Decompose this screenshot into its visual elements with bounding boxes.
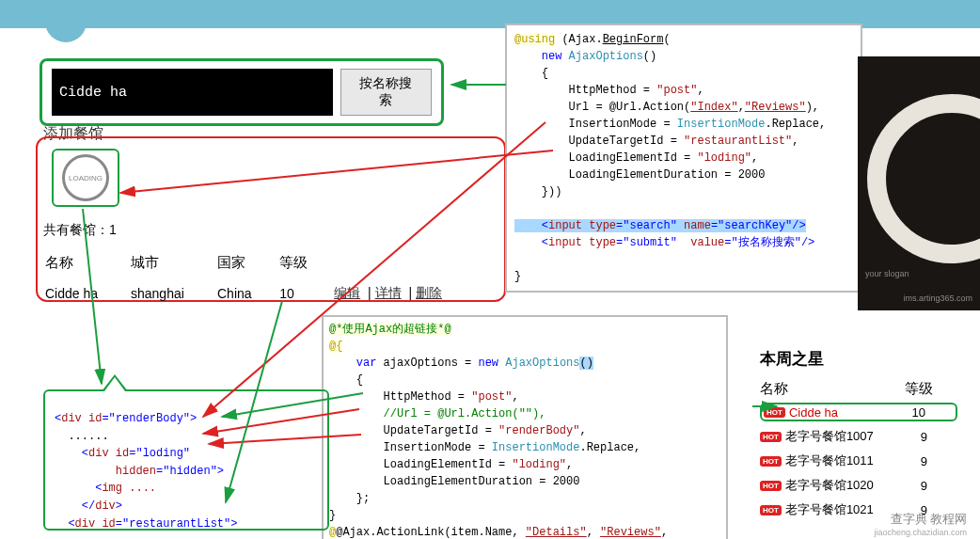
dark-side-panel: your slogan ims.arting365.com xyxy=(858,56,980,310)
hot-badge-icon: HOT xyxy=(760,481,782,491)
delete-link[interactable]: 删除 xyxy=(416,285,442,300)
table-row: Cidde ha shanghai China 10 编辑 | 详情 | 删除 xyxy=(45,279,493,308)
hot-badge-icon: HOT xyxy=(760,432,782,442)
star-row[interactable]: HOT老字号餐馆10119 xyxy=(760,452,957,470)
loading-spinner-icon: LOADING xyxy=(62,154,109,201)
star-level: 9 xyxy=(921,454,927,468)
star-level: 9 xyxy=(921,479,927,493)
callout-triangle-icon xyxy=(102,374,128,391)
slogan-text: your slogan xyxy=(865,269,909,278)
search-form: 按名称搜索 xyxy=(40,58,444,126)
hot-badge-icon: HOT xyxy=(760,456,782,467)
star-row[interactable]: HOTCidde ha10 xyxy=(760,403,957,421)
star-level: 10 xyxy=(912,405,925,420)
watermark-text: 查字典 教程网 xyxy=(891,511,967,528)
star-level: 9 xyxy=(921,430,927,444)
details-link[interactable]: 详情 xyxy=(375,285,402,300)
code-snippet-bottom: <div id="renderBody"> ...... <div id="lo… xyxy=(43,389,329,531)
star-name: 老字号餐馆1011 xyxy=(785,452,957,469)
star-name: 老字号餐馆1007 xyxy=(785,428,957,445)
star-row[interactable]: HOT老字号餐馆10079 xyxy=(760,427,957,446)
edit-link[interactable]: 编辑 xyxy=(334,285,360,300)
td-actions: 编辑 | 详情 | 删除 xyxy=(334,279,493,308)
td-country: China xyxy=(217,279,277,308)
th-name: 名称 xyxy=(45,248,129,277)
top-tab xyxy=(45,14,87,42)
hot-badge-icon: HOT xyxy=(764,407,785,418)
star-row[interactable]: HOT老字号餐馆10209 xyxy=(760,476,957,495)
th-country: 国家 xyxy=(217,248,277,277)
code-snippet-top: @using (Ajax.BeginForm( new AjaxOptions(… xyxy=(505,24,862,293)
restaurant-count: 共有餐馆：1 xyxy=(43,222,117,239)
search-input[interactable] xyxy=(52,69,333,116)
restaurant-table: 名称 城市 国家 等级 Cidde ha shanghai China 10 编… xyxy=(43,246,495,309)
hot-badge-icon: HOT xyxy=(760,505,782,515)
star-panel-title: 本周之星 xyxy=(760,348,824,370)
table-header-row: 名称 城市 国家 等级 xyxy=(45,248,493,277)
cup-graphic-icon xyxy=(867,94,980,263)
search-button[interactable]: 按名称搜索 xyxy=(340,69,432,116)
td-level: 10 xyxy=(279,279,332,308)
panel-url: ims.arting365.com xyxy=(903,293,972,303)
loading-annotation: LOADING xyxy=(52,149,119,207)
star-header-level: 等级 xyxy=(905,380,933,398)
star-name: 老字号餐馆1020 xyxy=(785,477,957,494)
code-snippet-mid: @*使用Ajax的超链接*@ @{ var ajaxOptions = new … xyxy=(322,315,728,539)
star-header-name: 名称 xyxy=(760,380,788,398)
td-city: shanghai xyxy=(131,279,215,308)
td-name: Cidde ha xyxy=(45,279,129,308)
th-level: 等级 xyxy=(279,248,332,277)
star-name: Cidde ha xyxy=(789,405,954,420)
th-city: 城市 xyxy=(131,248,215,277)
watermark-url: jiaocheng.chazidian.com xyxy=(874,528,967,537)
